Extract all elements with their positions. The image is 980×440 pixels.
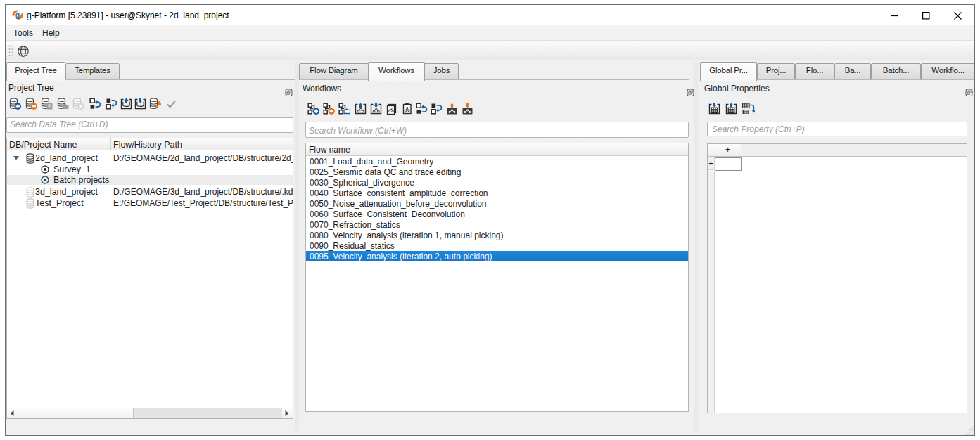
svg-text:g: g	[15, 11, 20, 19]
